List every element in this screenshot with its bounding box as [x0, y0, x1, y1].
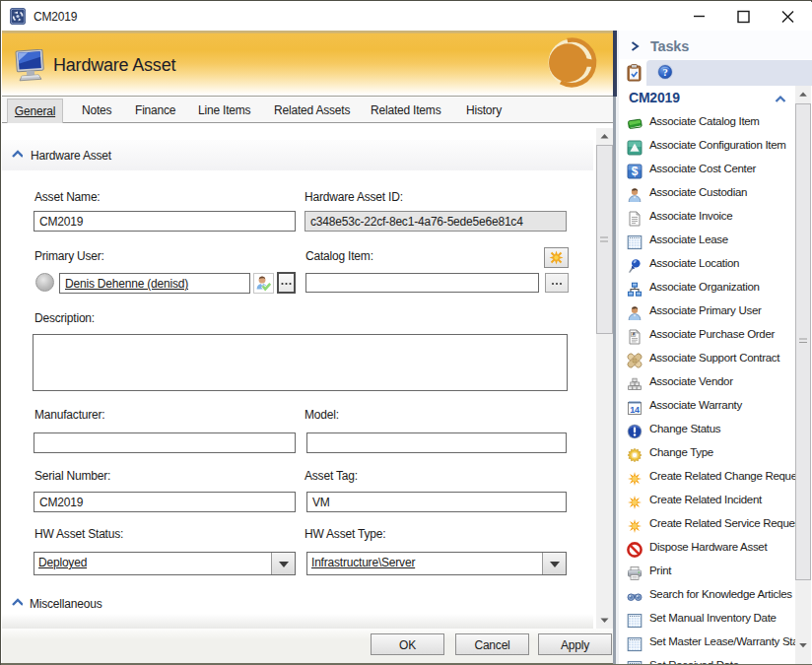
svg-text:?: ?	[662, 67, 667, 78]
svg-text:14: 14	[630, 405, 640, 415]
svg-text:$: $	[632, 165, 639, 178]
